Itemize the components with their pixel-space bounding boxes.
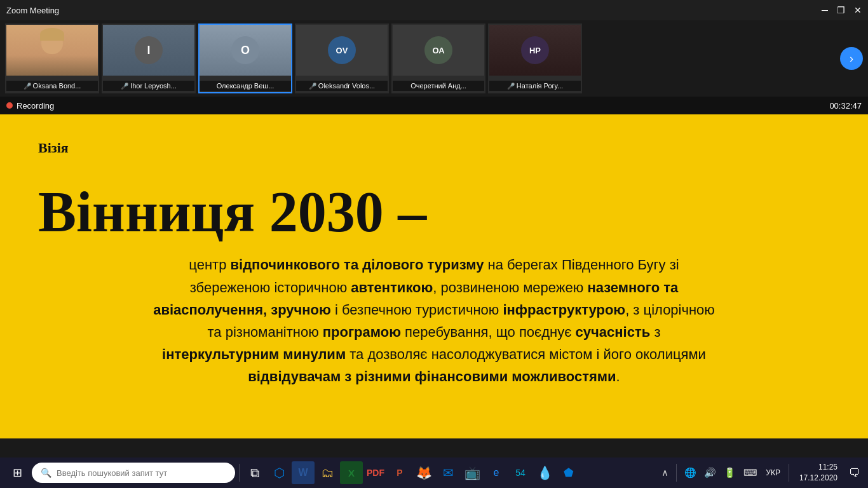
edge2-icon[interactable]: ⬟ [557,461,580,484]
slide-bold-2: автентикою [351,280,433,295]
mail-icon[interactable]: ✉ [437,461,459,484]
avatar-ihor: I [135,36,163,64]
avatar-volos: OV [328,36,356,64]
slide-text-3: , розвиненою мережею [433,280,587,295]
participant-andrei[interactable]: ОА Очеретний Анд... [391,24,485,93]
slide-area: Візія Вінниця 2030 – центр відпочинковог… [0,114,868,438]
tray-divider [676,464,677,482]
participant-video-oksana [6,25,98,76]
participant-oleksandr[interactable]: О Олександр Веш... [198,24,292,93]
clock[interactable]: 11:25 17.12.2020 [794,462,843,484]
taskbar: ⊞ 🔍 ⧉ ⬡ W 🗂 X PDF P 🦊 ✉ 📺 e 54 💧 ⬟ ∧ 🌐 🔊… [0,458,868,488]
clock-time: 11:25 [818,462,837,473]
participant-no-video-volos: OV [296,25,388,76]
network-icon[interactable]: 🌐 [682,465,699,480]
chevron-icon[interactable]: ∧ [659,465,671,480]
avatar-natalia: НР [521,36,549,64]
avatar-oleksandr: О [231,36,259,64]
participant-name-oksana: Oksana Bond... [33,82,81,90]
slide-text-1: центр [189,257,230,273]
notifications-button[interactable]: 🗨 [845,464,864,482]
participant-name-oleksandr: Олександр Веш... [217,82,275,90]
start-button[interactable]: ⊞ [4,461,31,485]
slide-title: Вінниця 2030 – [38,184,830,241]
clock-divider [789,464,789,482]
window-title: Zoom Meeting [6,6,59,15]
slide-bold-6: сучасність [576,324,651,340]
firefox-icon[interactable]: 🦊 [412,461,435,484]
avatar-andrei: ОА [424,36,452,64]
titlebar: Zoom Meeting ─ ❐ ✕ [0,0,868,20]
slide-body: центр відпочинкового та ділового туризму… [148,254,720,388]
participant-label-ihor: 🎤 Ihor Lepyosh... [103,81,194,91]
participant-no-video-andrei: ОА [393,25,484,76]
participant-label-oksana: 🎤 Oksana Bond... [6,81,98,91]
participant-ihor[interactable]: I 🎤 Ihor Lepyosh... [102,24,196,93]
meeting-timer: 00:32:47 [829,101,862,111]
pdf-icon[interactable]: PDF [364,461,387,484]
taskview-button[interactable]: ⧉ [243,461,266,484]
slide-text-7: з [650,324,660,340]
slide-bold-5: програмою [323,324,401,340]
participant-name-andrei: Очеретний Анд... [410,82,466,90]
slide-bold-4: інфраструктурою [503,302,625,318]
maximize-button[interactable]: ❐ [837,5,845,15]
explorer-icon[interactable]: 🗂 [316,461,339,484]
close-button[interactable]: ✕ [854,5,862,15]
search-input[interactable] [57,468,226,478]
participant-label-natalia: 🎤 Наталія Рогу... [489,81,581,91]
slide-bold-8: відвідувачам з різними фінансовими можли… [248,369,616,384]
edge-icon[interactable]: ⬡ [268,461,290,484]
battery-icon[interactable]: 🔋 [721,465,738,480]
next-participants-button[interactable]: › [840,47,863,70]
participant-name-ihor: Ihor Lepyosh... [130,82,177,90]
participant-volos[interactable]: OV 🎤 Oleksandr Volos... [295,24,389,93]
ie-icon[interactable]: e [485,461,508,484]
participant-label-oleksandr: Олександр Веш... [200,81,291,91]
slide-text-8: та дозволяє насолоджуватися містом і йог… [346,346,706,362]
participant-natalia[interactable]: НР 🎤 Наталія Рогу... [488,24,582,93]
participants-bar: 🎤 Oksana Bond... I 🎤 Ihor Lepyosh... О О… [0,20,868,97]
slide-text-9: . [616,369,620,384]
mic-muted-icon: 🎤 [507,83,515,90]
search-box[interactable]: 🔍 [32,463,235,483]
language-button[interactable]: УКР [763,466,783,479]
slide-text-6: перебування, що поєднує [401,324,576,340]
recording-bar: Recording 00:32:47 [0,97,868,114]
recording-dot [6,102,13,109]
slide-text-4: і безпечною туристичною [331,302,503,318]
participant-video-oleksandr: О [200,25,291,76]
mic-muted-icon: 🎤 [309,83,316,90]
recording-label: Recording [17,101,54,111]
taskbar-divider [239,464,240,482]
taskbar-apps: ⧉ ⬡ W 🗂 X PDF P 🦊 ✉ 📺 e 54 💧 ⬟ [243,461,580,484]
keyboard-icon[interactable]: ⌨ [741,465,760,480]
window-controls: ─ ❐ ✕ [822,5,862,15]
participant-name-volos: Oleksandr Volos... [318,82,375,90]
powerpoint-icon[interactable]: P [388,461,411,484]
slide-bold-7: інтеркультурним минулим [162,346,346,362]
slide-bold-1: відпочинкового та ділового туризму [231,257,484,273]
participant-video-natalia: НР [489,25,581,76]
clock-date: 17.12.2020 [799,473,837,484]
paint-icon[interactable]: 💧 [533,461,556,484]
search-icon: 🔍 [41,468,51,478]
participant-oksana[interactable]: 🎤 Oksana Bond... [5,24,99,93]
mic-muted-icon: 🎤 [121,83,128,90]
recording-indicator: Recording [6,101,54,111]
participant-video-ihor: I [103,25,194,76]
mic-muted-icon: 🎤 [24,83,31,90]
slide-subtitle: Візія [38,140,69,156]
excel-icon[interactable]: X [340,461,363,484]
volume-icon[interactable]: 🔊 [702,465,719,480]
minimize-button[interactable]: ─ [822,5,828,15]
participant-label-volos: 🎤 Oleksandr Volos... [296,81,388,91]
store-icon[interactable]: 54 [509,461,532,484]
participant-name-natalia: Наталія Рогу... [517,82,563,90]
participant-label-andrei: Очеретний Анд... [393,81,484,91]
word-icon[interactable]: W [292,461,315,484]
system-tray: ∧ 🌐 🔊 🔋 ⌨ УКР 11:25 17.12.2020 🗨 [659,462,864,484]
media-icon[interactable]: 📺 [461,461,484,484]
